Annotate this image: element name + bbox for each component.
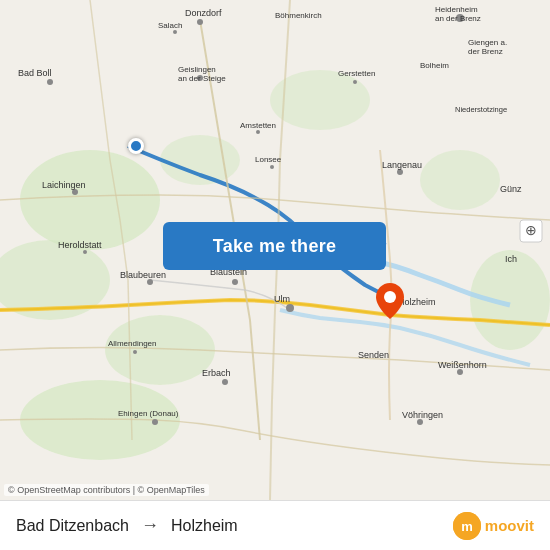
destination-marker: [376, 283, 404, 319]
svg-text:⊕: ⊕: [525, 222, 537, 238]
svg-text:Weißenhorn: Weißenhorn: [438, 360, 487, 370]
map-container: Donzdorf Heidenheim an der Brenz Böhmenk…: [0, 0, 550, 500]
svg-text:Senden: Senden: [358, 350, 389, 360]
bottom-bar: Bad Ditzenbach → Holzheim m moovit: [0, 500, 550, 550]
svg-text:Erbach: Erbach: [202, 368, 231, 378]
svg-point-21: [232, 279, 238, 285]
svg-text:Amstetten: Amstetten: [240, 121, 276, 130]
svg-point-26: [152, 419, 158, 425]
moovit-icon: m: [453, 512, 481, 540]
svg-text:an der Brenz: an der Brenz: [435, 14, 481, 23]
svg-text:Blaubeuren: Blaubeuren: [120, 270, 166, 280]
svg-point-15: [256, 130, 260, 134]
svg-point-9: [197, 19, 203, 25]
svg-text:Böhmenkirch: Böhmenkirch: [275, 11, 322, 20]
svg-text:Salach: Salach: [158, 21, 182, 30]
svg-text:Günz: Günz: [500, 184, 522, 194]
map-attribution: © OpenStreetMap contributors | © OpenMap…: [4, 484, 209, 496]
svg-text:an der Steige: an der Steige: [178, 74, 226, 83]
svg-point-61: [384, 291, 396, 303]
origin-marker: [128, 138, 144, 154]
svg-text:Donzdorf: Donzdorf: [185, 8, 222, 18]
svg-point-1: [20, 150, 160, 250]
svg-point-23: [133, 350, 137, 354]
svg-text:Vöhringen: Vöhringen: [402, 410, 443, 420]
svg-text:Niederstotzinge: Niederstotzinge: [455, 105, 507, 114]
svg-text:Ulm: Ulm: [274, 294, 290, 304]
svg-text:Giengen a.: Giengen a.: [468, 38, 507, 47]
svg-text:Geislingen: Geislingen: [178, 65, 216, 74]
svg-text:Ich: Ich: [505, 254, 517, 264]
svg-text:Allmendingen: Allmendingen: [108, 339, 156, 348]
svg-point-22: [286, 304, 294, 312]
svg-text:Ehingen (Donau): Ehingen (Donau): [118, 409, 179, 418]
take-me-there-button[interactable]: Take me there: [163, 222, 386, 270]
svg-text:Langenau: Langenau: [382, 160, 422, 170]
svg-point-11: [173, 30, 177, 34]
svg-point-24: [222, 379, 228, 385]
svg-point-14: [353, 80, 357, 84]
svg-point-8: [160, 135, 240, 185]
svg-text:der Brenz: der Brenz: [468, 47, 503, 56]
moovit-text: moovit: [485, 517, 534, 534]
svg-text:Heidenheim: Heidenheim: [435, 5, 478, 14]
svg-text:Lonsee: Lonsee: [255, 155, 282, 164]
svg-point-12: [47, 79, 53, 85]
svg-point-16: [270, 165, 274, 169]
destination-label: Holzheim: [171, 517, 238, 535]
moovit-logo: m moovit: [453, 512, 534, 540]
svg-text:m: m: [461, 519, 473, 534]
svg-point-19: [83, 250, 87, 254]
arrow-icon: →: [141, 515, 159, 536]
svg-point-6: [420, 150, 500, 210]
svg-text:Bad Boll: Bad Boll: [18, 68, 52, 78]
origin-label: Bad Ditzenbach: [16, 517, 129, 535]
svg-text:Bolheim: Bolheim: [420, 61, 449, 70]
svg-text:Laichingen: Laichingen: [42, 180, 86, 190]
svg-text:Heroldstatt: Heroldstatt: [58, 240, 102, 250]
svg-text:Gerstetten: Gerstetten: [338, 69, 375, 78]
